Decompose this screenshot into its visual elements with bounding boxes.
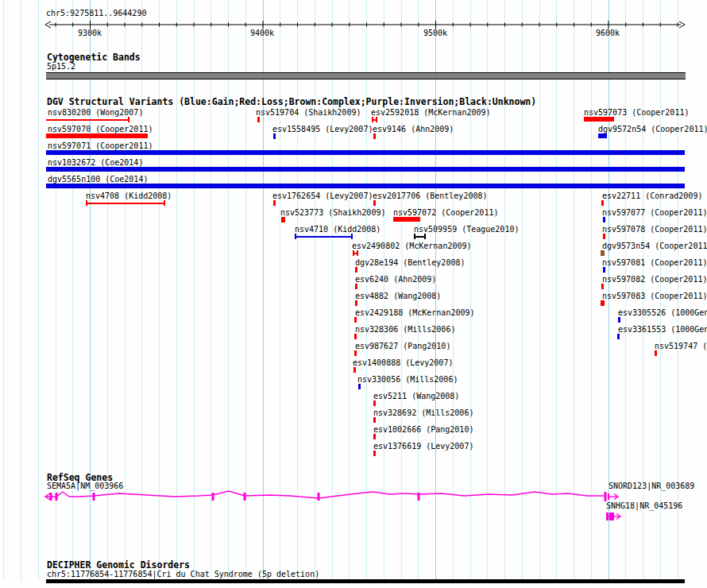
variant-label[interactable]: nsv597071 (Cooper2011) (48, 141, 153, 150)
variant-label[interactable]: nsv597077 (Cooper2011) (602, 208, 707, 217)
variant-label[interactable]: nsv519704 (Shaikh2009) (256, 108, 361, 117)
variant-marker-tick[interactable] (603, 234, 605, 239)
variant-marker-tick[interactable] (373, 400, 376, 406)
variant-marker-bar[interactable] (46, 167, 685, 172)
variant-marker-square[interactable] (601, 250, 605, 256)
cytoband-bar[interactable] (46, 72, 686, 79)
variant-label[interactable]: dgv5565n100 (Coe2014) (48, 175, 148, 184)
variant-marker-bar[interactable] (46, 150, 685, 155)
variant-marker-tick[interactable] (655, 350, 657, 356)
variant-label[interactable]: nsv597072 (Cooper2011) (393, 208, 498, 217)
variant-marker-tick[interactable] (358, 384, 361, 389)
variant-label[interactable]: esv22711 (Conrad2009) (602, 191, 702, 200)
variant-label[interactable]: dgv9572n54 (Cooper2011) (598, 125, 707, 133)
variant-marker-tick[interactable] (354, 334, 357, 339)
variant-label[interactable]: nsv597078 (Cooper2011) (602, 225, 707, 234)
variant-marker-interval-end[interactable] (376, 117, 377, 122)
variant-label[interactable]: nsv597082 (Cooper2011) (602, 275, 707, 284)
variant-marker-tick[interactable] (354, 317, 357, 323)
variant-marker-tick[interactable] (354, 367, 356, 373)
variant-label[interactable]: nsv830200 (Wong2007) (48, 108, 143, 117)
variant-label[interactable]: nsv597083 (Cooper2011) (602, 292, 707, 300)
gene-label[interactable]: SEMA5A|NM_003966 (47, 482, 123, 490)
variant-label[interactable]: nsv523773 (Shaikh2009) (280, 208, 385, 217)
variant-marker-interval-end[interactable] (357, 250, 358, 256)
variant-marker-tick[interactable] (373, 451, 376, 456)
variant-label[interactable]: esv1400888 (Levy2007) (353, 358, 453, 367)
cytoband-name: 5p15.2 (47, 62, 75, 71)
variant-label[interactable]: nsv597073 (Cooper2011) (584, 108, 689, 117)
gene-label[interactable]: SNHG18|NR_045196 (606, 501, 682, 510)
variant-marker-interval-line[interactable] (414, 236, 425, 238)
variant-label[interactable]: dgv28e194 (Bentley2008) (355, 258, 465, 267)
decipher-region-bar[interactable] (46, 579, 685, 583)
variant-marker-interval-line[interactable] (295, 236, 352, 238)
variant-marker-interval-end[interactable] (164, 200, 165, 206)
variant-label[interactable]: nsv330056 (Mills2006) (357, 375, 458, 384)
variant-marker-tick[interactable] (618, 317, 620, 323)
variant-marker-tick[interactable] (355, 300, 357, 306)
variant-marker-tick[interactable] (354, 350, 357, 356)
variant-marker-bar[interactable] (393, 217, 420, 222)
variant-label[interactable]: esv1002666 (Pang2010) (373, 425, 473, 434)
variant-marker-tick[interactable] (373, 133, 376, 139)
gene-label[interactable]: SNORD123|NR_003689 (608, 482, 694, 490)
variant-label[interactable]: esv2429188 (McKernan2009) (355, 308, 475, 317)
variant-marker-tick[interactable] (601, 200, 604, 206)
variant-label[interactable]: nsv328306 (Mills2006) (355, 325, 455, 334)
variant-marker-bar[interactable] (46, 133, 148, 138)
variant-label[interactable]: esv3361553 (1000Genomes) (618, 325, 707, 334)
variant-marker-tick[interactable] (257, 117, 260, 122)
variant-marker-tick[interactable] (603, 267, 605, 273)
variant-label[interactable]: esv3305526 (1000Genomes) (618, 308, 707, 317)
variant-label[interactable]: esv987627 (Pang2010) (355, 342, 450, 350)
gene-line[interactable] (45, 491, 605, 498)
variant-label[interactable]: nsv597081 (Cooper2011) (602, 258, 707, 267)
variant-marker-interval-end[interactable] (351, 234, 353, 239)
variant-label[interactable]: nsv597070 (Cooper2011) (48, 125, 153, 133)
variant-marker-bar[interactable] (598, 133, 607, 138)
variant-marker-tick[interactable] (601, 284, 604, 289)
variant-marker-tick[interactable] (355, 284, 357, 289)
variant-label[interactable]: nsv4708 (Kidd2008) (86, 191, 172, 200)
variant-marker-interval-end[interactable] (86, 200, 87, 206)
variant-label[interactable]: nsv509959 (Teague2010) (414, 225, 519, 234)
variant-marker-tick[interactable] (273, 133, 276, 139)
variant-marker-interval-line[interactable] (46, 119, 129, 121)
variant-label[interactable]: esv9146 (Ahn2009) (373, 125, 454, 133)
variant-marker-square[interactable] (601, 300, 605, 306)
variant-label[interactable]: esv4882 (Wang2008) (355, 292, 441, 300)
variant-label[interactable]: esv6240 (Ahn2009) (355, 275, 436, 284)
variant-marker-interval-end[interactable] (128, 117, 129, 122)
variant-marker-tick[interactable] (373, 434, 376, 439)
variant-label[interactable]: esv2490802 (McKernan2009) (352, 242, 472, 250)
variant-marker-interval-line[interactable] (86, 203, 164, 204)
variant-marker-tick[interactable] (373, 200, 376, 206)
variant-label[interactable]: nsv1032672 (Coe2014) (48, 158, 143, 167)
variant-marker-tick[interactable] (355, 267, 357, 273)
variant-marker-interval-end[interactable] (414, 234, 415, 239)
variant-label[interactable]: esv1762654 (Levy2007) (272, 191, 373, 200)
variant-marker-bar[interactable] (584, 117, 614, 122)
variant-marker-interval-end[interactable] (372, 117, 373, 122)
variant-label[interactable]: nsv4710 (Kidd2008) (295, 225, 381, 234)
variant-label[interactable]: nsv519747 ( (655, 342, 707, 350)
variant-marker-tick[interactable] (617, 334, 620, 339)
gene-exon-block[interactable] (609, 513, 614, 520)
variant-marker-tick[interactable] (373, 417, 376, 423)
variant-label[interactable]: dgv9573n54 (Cooper2011) (602, 242, 707, 250)
variant-label[interactable]: esv2592018 (McKernan2009) (371, 108, 491, 117)
variant-marker-tick[interactable] (603, 217, 605, 222)
variant-label[interactable]: esv1376619 (Levy2007) (373, 442, 473, 451)
variant-label[interactable]: esv2017706 (Bentley2008) (373, 191, 488, 200)
variant-label[interactable]: esv5211 (Wang2008) (373, 392, 459, 400)
gene-exon-block[interactable] (606, 513, 608, 520)
variant-marker-bar[interactable] (46, 184, 685, 188)
variant-marker-interval-end[interactable] (295, 234, 296, 239)
variant-marker-interval-end[interactable] (353, 250, 354, 256)
variant-label[interactable]: esv1558495 (Levy2007) (272, 125, 373, 133)
variant-label[interactable]: nsv328692 (Mills2006) (373, 408, 473, 417)
variant-marker-tick[interactable] (273, 200, 276, 206)
variant-marker-interval-end[interactable] (424, 234, 426, 239)
variant-marker-square[interactable] (281, 217, 285, 222)
